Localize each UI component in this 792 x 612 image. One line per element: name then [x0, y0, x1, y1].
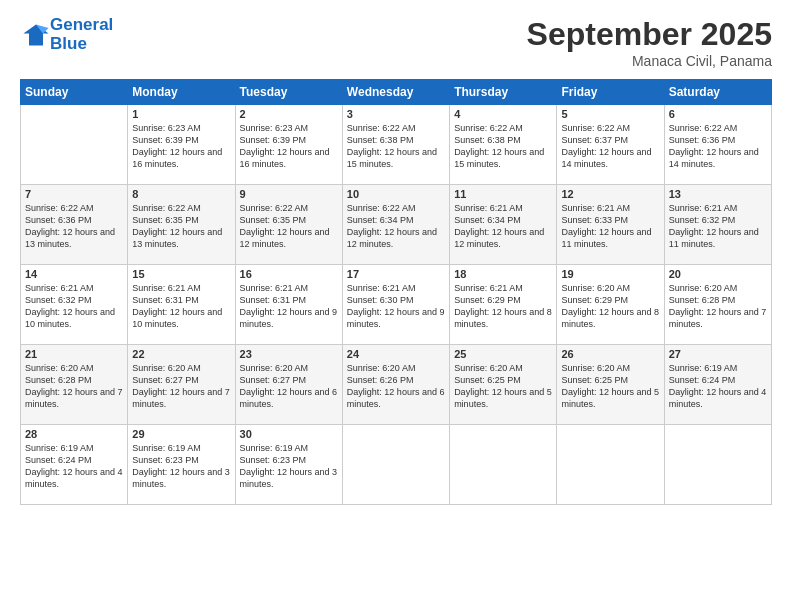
cell-info: Sunrise: 6:21 AMSunset: 6:31 PMDaylight:… [132, 282, 230, 331]
calendar-cell-1-5: 12 Sunrise: 6:21 AMSunset: 6:33 PMDaylig… [557, 185, 664, 265]
cell-info: Sunrise: 6:22 AMSunset: 6:36 PMDaylight:… [25, 202, 123, 251]
title-block: September 2025 Manaca Civil, Panama [527, 16, 772, 69]
cell-date: 21 [25, 348, 123, 360]
calendar-cell-3-0: 21 Sunrise: 6:20 AMSunset: 6:28 PMDaylig… [21, 345, 128, 425]
week-row-1: 1 Sunrise: 6:23 AMSunset: 6:39 PMDayligh… [21, 105, 772, 185]
calendar-cell-4-3 [342, 425, 449, 505]
cell-date: 13 [669, 188, 767, 200]
week-row-3: 14 Sunrise: 6:21 AMSunset: 6:32 PMDaylig… [21, 265, 772, 345]
calendar-cell-0-5: 5 Sunrise: 6:22 AMSunset: 6:37 PMDayligh… [557, 105, 664, 185]
cell-info: Sunrise: 6:22 AMSunset: 6:38 PMDaylight:… [454, 122, 552, 171]
cell-date: 7 [25, 188, 123, 200]
cell-info: Sunrise: 6:19 AMSunset: 6:23 PMDaylight:… [240, 442, 338, 491]
cell-date: 3 [347, 108, 445, 120]
day-header-saturday: Saturday [664, 80, 771, 105]
calendar-cell-2-6: 20 Sunrise: 6:20 AMSunset: 6:28 PMDaylig… [664, 265, 771, 345]
calendar-cell-0-3: 3 Sunrise: 6:22 AMSunset: 6:38 PMDayligh… [342, 105, 449, 185]
cell-date: 15 [132, 268, 230, 280]
cell-date: 22 [132, 348, 230, 360]
calendar-cell-4-4 [450, 425, 557, 505]
cell-date: 14 [25, 268, 123, 280]
cell-info: Sunrise: 6:20 AMSunset: 6:27 PMDaylight:… [132, 362, 230, 411]
cell-info: Sunrise: 6:19 AMSunset: 6:23 PMDaylight:… [132, 442, 230, 491]
calendar-cell-0-6: 6 Sunrise: 6:22 AMSunset: 6:36 PMDayligh… [664, 105, 771, 185]
cell-info: Sunrise: 6:20 AMSunset: 6:29 PMDaylight:… [561, 282, 659, 331]
calendar-cell-0-1: 1 Sunrise: 6:23 AMSunset: 6:39 PMDayligh… [128, 105, 235, 185]
calendar-cell-2-2: 16 Sunrise: 6:21 AMSunset: 6:31 PMDaylig… [235, 265, 342, 345]
cell-date: 6 [669, 108, 767, 120]
logo: General Blue [20, 16, 113, 53]
cell-info: Sunrise: 6:20 AMSunset: 6:25 PMDaylight:… [561, 362, 659, 411]
week-row-5: 28 Sunrise: 6:19 AMSunset: 6:24 PMDaylig… [21, 425, 772, 505]
calendar-cell-1-3: 10 Sunrise: 6:22 AMSunset: 6:34 PMDaylig… [342, 185, 449, 265]
calendar-cell-3-2: 23 Sunrise: 6:20 AMSunset: 6:27 PMDaylig… [235, 345, 342, 425]
calendar-cell-0-2: 2 Sunrise: 6:23 AMSunset: 6:39 PMDayligh… [235, 105, 342, 185]
cell-date: 12 [561, 188, 659, 200]
logo-text-block: General Blue [50, 16, 113, 53]
cell-date: 8 [132, 188, 230, 200]
cell-date: 26 [561, 348, 659, 360]
day-header-sunday: Sunday [21, 80, 128, 105]
cell-date: 24 [347, 348, 445, 360]
calendar-cell-2-1: 15 Sunrise: 6:21 AMSunset: 6:31 PMDaylig… [128, 265, 235, 345]
day-header-tuesday: Tuesday [235, 80, 342, 105]
cell-info: Sunrise: 6:19 AMSunset: 6:24 PMDaylight:… [25, 442, 123, 491]
header: General Blue September 2025 Manaca Civil… [20, 16, 772, 69]
cell-info: Sunrise: 6:22 AMSunset: 6:34 PMDaylight:… [347, 202, 445, 251]
calendar-cell-4-6 [664, 425, 771, 505]
cell-date: 5 [561, 108, 659, 120]
calendar-cell-1-6: 13 Sunrise: 6:21 AMSunset: 6:32 PMDaylig… [664, 185, 771, 265]
calendar-cell-2-4: 18 Sunrise: 6:21 AMSunset: 6:29 PMDaylig… [450, 265, 557, 345]
day-header-wednesday: Wednesday [342, 80, 449, 105]
cell-info: Sunrise: 6:19 AMSunset: 6:24 PMDaylight:… [669, 362, 767, 411]
cell-info: Sunrise: 6:21 AMSunset: 6:30 PMDaylight:… [347, 282, 445, 331]
cell-date: 20 [669, 268, 767, 280]
calendar-header-row: Sunday Monday Tuesday Wednesday Thursday… [21, 80, 772, 105]
cell-info: Sunrise: 6:20 AMSunset: 6:27 PMDaylight:… [240, 362, 338, 411]
calendar: Sunday Monday Tuesday Wednesday Thursday… [20, 79, 772, 505]
calendar-cell-4-1: 29 Sunrise: 6:19 AMSunset: 6:23 PMDaylig… [128, 425, 235, 505]
calendar-cell-4-2: 30 Sunrise: 6:19 AMSunset: 6:23 PMDaylig… [235, 425, 342, 505]
cell-date: 18 [454, 268, 552, 280]
cell-info: Sunrise: 6:22 AMSunset: 6:36 PMDaylight:… [669, 122, 767, 171]
cell-date: 19 [561, 268, 659, 280]
day-header-monday: Monday [128, 80, 235, 105]
page: General Blue September 2025 Manaca Civil… [0, 0, 792, 612]
cell-info: Sunrise: 6:20 AMSunset: 6:28 PMDaylight:… [25, 362, 123, 411]
cell-info: Sunrise: 6:21 AMSunset: 6:33 PMDaylight:… [561, 202, 659, 251]
calendar-cell-3-3: 24 Sunrise: 6:20 AMSunset: 6:26 PMDaylig… [342, 345, 449, 425]
cell-info: Sunrise: 6:20 AMSunset: 6:28 PMDaylight:… [669, 282, 767, 331]
location: Manaca Civil, Panama [527, 53, 772, 69]
cell-date: 27 [669, 348, 767, 360]
calendar-cell-1-2: 9 Sunrise: 6:22 AMSunset: 6:35 PMDayligh… [235, 185, 342, 265]
week-row-2: 7 Sunrise: 6:22 AMSunset: 6:36 PMDayligh… [21, 185, 772, 265]
cell-info: Sunrise: 6:21 AMSunset: 6:32 PMDaylight:… [669, 202, 767, 251]
cell-date: 23 [240, 348, 338, 360]
cell-info: Sunrise: 6:22 AMSunset: 6:35 PMDaylight:… [132, 202, 230, 251]
calendar-cell-3-6: 27 Sunrise: 6:19 AMSunset: 6:24 PMDaylig… [664, 345, 771, 425]
cell-info: Sunrise: 6:21 AMSunset: 6:32 PMDaylight:… [25, 282, 123, 331]
calendar-cell-4-5 [557, 425, 664, 505]
cell-date: 4 [454, 108, 552, 120]
calendar-cell-1-4: 11 Sunrise: 6:21 AMSunset: 6:34 PMDaylig… [450, 185, 557, 265]
cell-info: Sunrise: 6:23 AMSunset: 6:39 PMDaylight:… [240, 122, 338, 171]
week-row-4: 21 Sunrise: 6:20 AMSunset: 6:28 PMDaylig… [21, 345, 772, 425]
cell-info: Sunrise: 6:21 AMSunset: 6:34 PMDaylight:… [454, 202, 552, 251]
month-title: September 2025 [527, 16, 772, 53]
cell-info: Sunrise: 6:20 AMSunset: 6:25 PMDaylight:… [454, 362, 552, 411]
cell-date: 28 [25, 428, 123, 440]
cell-date: 1 [132, 108, 230, 120]
cell-date: 17 [347, 268, 445, 280]
calendar-cell-3-5: 26 Sunrise: 6:20 AMSunset: 6:25 PMDaylig… [557, 345, 664, 425]
logo-icon [22, 21, 50, 49]
cell-info: Sunrise: 6:21 AMSunset: 6:31 PMDaylight:… [240, 282, 338, 331]
day-header-thursday: Thursday [450, 80, 557, 105]
cell-date: 2 [240, 108, 338, 120]
cell-info: Sunrise: 6:22 AMSunset: 6:37 PMDaylight:… [561, 122, 659, 171]
cell-date: 25 [454, 348, 552, 360]
cell-info: Sunrise: 6:22 AMSunset: 6:38 PMDaylight:… [347, 122, 445, 171]
calendar-cell-0-4: 4 Sunrise: 6:22 AMSunset: 6:38 PMDayligh… [450, 105, 557, 185]
calendar-cell-4-0: 28 Sunrise: 6:19 AMSunset: 6:24 PMDaylig… [21, 425, 128, 505]
cell-date: 30 [240, 428, 338, 440]
calendar-cell-1-0: 7 Sunrise: 6:22 AMSunset: 6:36 PMDayligh… [21, 185, 128, 265]
